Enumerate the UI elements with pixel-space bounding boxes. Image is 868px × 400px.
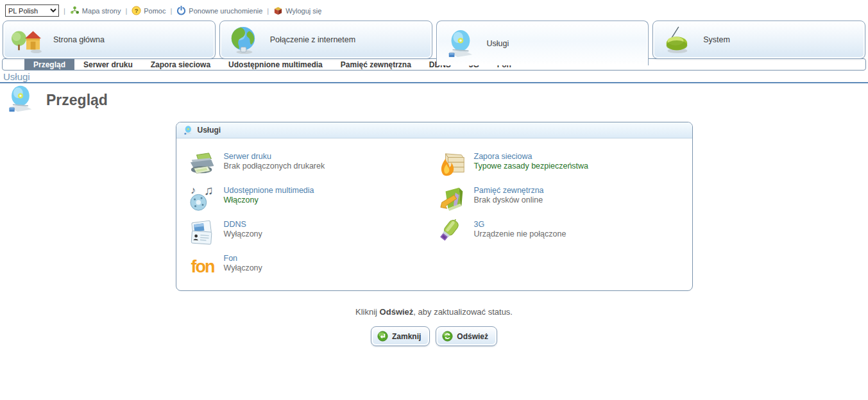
services-disc-icon (443, 28, 477, 60)
separator: | (171, 7, 173, 15)
service-link[interactable]: Serwer druku (224, 152, 325, 161)
close-button-label: Zamknij (392, 332, 421, 341)
sitemap-link[interactable]: Mapa strony (70, 6, 121, 15)
logout-link-label: Wyloguj się (285, 7, 321, 15)
hint-bold: Odśwież (380, 307, 414, 317)
sitemap-link-label: Mapa strony (82, 7, 121, 15)
tab-label: Połączenie z internetem (270, 35, 355, 44)
page-title-row: Przegląd (0, 83, 868, 115)
service-link[interactable]: Fon (224, 254, 262, 263)
logout-link[interactable]: Wyloguj się (273, 6, 321, 15)
restart-link[interactable]: Ponowne uruchomienie (176, 6, 262, 15)
firewall-icon (437, 150, 469, 179)
printer-icon (187, 150, 219, 179)
close-icon (377, 331, 388, 342)
service-link[interactable]: Pamięć zewnętrzna (474, 186, 544, 195)
service-link[interactable]: DDNS (224, 220, 262, 229)
separator: | (125, 7, 127, 15)
service-status: Brak podłączonych drukarek (224, 162, 325, 171)
panel-body: Serwer druku Brak podłączonych drukarek (176, 138, 692, 290)
svg-text:?: ? (135, 8, 139, 14)
help-icon: ? (132, 6, 141, 15)
media-disc-icon: ♪ ♫ (187, 184, 219, 213)
restart-link-label: Ponowne uruchomienie (189, 7, 262, 15)
restart-icon (176, 6, 186, 15)
refresh-button[interactable]: Odśwież (436, 326, 497, 346)
main-tabs: Strona główna Połączenie z internetem (0, 21, 868, 65)
service-item-zapora-sieciowa: Zapora sieciowa Typowe zasady bezpieczeń… (437, 150, 687, 179)
refresh-icon (442, 331, 453, 342)
refresh-button-label: Odśwież (457, 332, 488, 341)
button-row: Zamknij Odśwież (0, 326, 868, 346)
svg-text:♪: ♪ (190, 185, 195, 196)
tab-polaczenie-z-internetem[interactable]: Połączenie z internetem (219, 21, 432, 59)
top-utility-bar: PL Polish | Mapa strony | ? Pomoc | Pono… (0, 0, 868, 21)
separator: | (64, 7, 65, 15)
tab-strona-glowna[interactable]: Strona główna (3, 21, 216, 59)
services-disc-icon (4, 84, 35, 116)
hint-text: , aby zaktualizować status. (413, 307, 513, 317)
service-item-ddns: DDNS Wyłączony (187, 218, 437, 247)
service-link[interactable]: Zapora sieciowa (474, 152, 589, 161)
hint-text: Kliknij (355, 307, 380, 317)
service-link[interactable]: 3G (474, 220, 566, 229)
system-device-icon (660, 24, 693, 56)
tab-label: Usługi (487, 39, 509, 48)
page-title: Przegląd (46, 92, 108, 109)
service-status: Wyłączony (224, 229, 262, 238)
service-item-3g: 3G Urządzenie nie połączone (437, 218, 687, 247)
panel-title: Usługi (198, 126, 221, 135)
ddns-cards-icon (187, 218, 219, 247)
usb-modem-icon (437, 218, 469, 247)
separator: | (267, 7, 269, 15)
service-link[interactable]: Udostępnione multimedia (224, 186, 314, 195)
refresh-hint: Kliknij Odśwież, aby zaktualizować statu… (0, 307, 868, 317)
tab-label: System (703, 35, 730, 44)
sitemap-icon (70, 6, 80, 15)
breadcrumb[interactable]: Usługi (0, 71, 30, 81)
logout-icon (273, 6, 283, 15)
close-button[interactable]: Zamknij (371, 326, 430, 346)
tab-system[interactable]: System (652, 21, 865, 59)
service-item-udostepnione-multimedia: ♪ ♫ Udostępnione multimedia Włączony (187, 184, 437, 213)
language-select[interactable]: PL Polish (5, 4, 59, 17)
help-link[interactable]: ? Pomoc (132, 6, 166, 15)
home-icon (10, 24, 43, 56)
fon-logo: fon (187, 252, 219, 281)
service-status: Wyłączony (224, 263, 262, 272)
storage-icon (437, 184, 469, 213)
panel-header: Usługi (176, 122, 692, 138)
service-status: Włączony (224, 196, 314, 204)
tab-uslugi[interactable]: Usługi (436, 21, 649, 65)
service-item-pamiec-zewnetrzna: Pamięć zewnętrzna Brak dysków online (437, 184, 687, 213)
service-item-fon: fon Fon Wyłączony (187, 252, 437, 281)
service-status: Brak dysków online (474, 196, 544, 204)
services-disc-icon (183, 125, 193, 135)
service-status: Urządzenie nie połączone (474, 229, 566, 238)
fon-logo-text: fon (191, 258, 214, 276)
service-status: Typowe zasady bezpieczeństwa (474, 162, 589, 171)
help-link-label: Pomoc (144, 7, 166, 15)
services-panel: Usługi Serwer druku Brak podłączonych dr… (176, 122, 693, 291)
service-item-serwer-druku: Serwer druku Brak podłączonych drukarek (187, 150, 437, 179)
globe-icon (226, 24, 260, 56)
svg-text:♫: ♫ (203, 185, 213, 197)
tab-label: Strona główna (53, 35, 105, 44)
